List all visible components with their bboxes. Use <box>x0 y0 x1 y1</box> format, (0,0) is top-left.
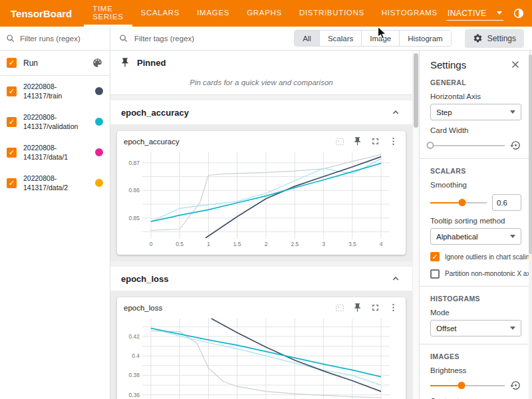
slider-thumb[interactable] <box>458 382 466 389</box>
gear-icon <box>473 33 483 43</box>
svg-text:0: 0 <box>150 241 153 247</box>
chart-card-epoch-accuracy: epoch_accuracy 00.511.522.533.540.850.86… <box>117 131 406 255</box>
more-options-icon[interactable] <box>388 136 399 147</box>
svg-text:3: 3 <box>322 241 325 247</box>
section-header[interactable]: epoch_loss <box>110 267 412 291</box>
search-icon <box>118 33 129 44</box>
chevron-down-icon <box>497 11 502 15</box>
more-options-icon[interactable] <box>388 302 399 313</box>
run-checkbox[interactable]: ✓ <box>7 178 17 188</box>
ignore-outliers-row[interactable]: ✓ Ignore outliers in chart scaling <box>430 252 521 261</box>
histogram-mode-select[interactable]: Offset <box>430 320 521 336</box>
tab-histograms[interactable]: HISTOGRAMS <box>373 0 446 27</box>
svg-text:0.4: 0.4 <box>132 352 140 359</box>
palette-icon[interactable] <box>92 57 103 68</box>
epoch-loss-chart[interactable]: 00.511.522.533.540.360.380.40.42 <box>122 315 396 399</box>
section-epoch-loss: epoch_loss epoch_loss <box>110 267 412 399</box>
filter-runs-input[interactable] <box>20 35 104 43</box>
tag-filter-histogram[interactable]: Histogram <box>399 31 450 46</box>
tooltip-sorting-select[interactable]: Alphabetical <box>430 228 521 245</box>
pinned-section-header: Pinned <box>110 51 412 74</box>
run-label: 20220808-141317/data/2 <box>23 174 84 192</box>
brightness-label: Brightness <box>430 366 521 374</box>
smoothing-slider[interactable] <box>430 198 487 207</box>
main-scrollbar[interactable] <box>412 51 419 399</box>
runs-header-row: ✓ Run <box>0 51 110 76</box>
slider-thumb[interactable] <box>427 142 434 149</box>
chevron-down-icon <box>510 327 515 330</box>
partition-x-axis-row[interactable]: Partition non-monotonic X axis ⓘ <box>430 269 521 279</box>
tab-distributions[interactable]: DISTRIBUTIONS <box>291 0 373 27</box>
nav-tabs: TIME SERIES SCALARS IMAGES GRAPHS DISTRI… <box>84 0 446 27</box>
svg-text:0.87: 0.87 <box>128 160 140 166</box>
settings-panel-title: Settings <box>430 59 509 70</box>
pinned-title: Pinned <box>137 58 166 68</box>
scrollbar-thumb[interactable] <box>529 55 532 254</box>
fullscreen-icon[interactable] <box>370 302 381 313</box>
svg-text:2.5: 2.5 <box>291 241 299 247</box>
topbar-actions: INACTIVE ? <box>446 0 532 27</box>
smoothing-value-input[interactable] <box>492 194 521 211</box>
tags-filter-cell: All Scalars Image Histogram Settings <box>110 27 532 50</box>
run-checkbox[interactable]: ✓ <box>7 117 17 127</box>
run-label: 20220808-141317/train <box>23 82 84 100</box>
tag-filter-image[interactable]: Image <box>361 31 399 46</box>
partition-x-axis-checkbox[interactable] <box>430 269 440 279</box>
card-width-label: Card Width <box>430 126 521 134</box>
ignore-outliers-checkbox[interactable]: ✓ <box>430 252 440 261</box>
tag-filter-all[interactable]: All <box>295 31 319 46</box>
run-row-data-2[interactable]: ✓ 20220808-141317/data/2 <box>0 168 110 198</box>
section-header[interactable]: epoch_accuracy <box>110 100 412 124</box>
reset-icon[interactable] <box>510 140 521 151</box>
close-icon[interactable] <box>509 59 521 70</box>
settings-panel: Settings GENERAL Horizontal Axis Step Ca… <box>419 51 532 399</box>
image-toggle-icon[interactable] <box>334 302 345 313</box>
filter-toolbar: All Scalars Image Histogram Settings <box>0 27 532 51</box>
reload-status-select[interactable]: INACTIVE <box>446 7 503 21</box>
images-heading: IMAGES <box>430 352 521 360</box>
pin-card-icon[interactable] <box>352 302 363 313</box>
section-epoch-accuracy: epoch_accuracy epoch_accuracy <box>110 100 412 261</box>
filter-tags-input[interactable] <box>134 35 289 43</box>
run-color-dot <box>95 118 103 126</box>
svg-text:0.42: 0.42 <box>128 333 140 340</box>
pinned-hint: Pin cards for a quick view and compariso… <box>110 74 412 95</box>
tab-graphs[interactable]: GRAPHS <box>238 0 291 27</box>
theme-toggle-icon[interactable] <box>512 7 525 20</box>
chart-card-title: epoch_accuracy <box>124 138 334 146</box>
run-checkbox[interactable]: ✓ <box>7 148 17 158</box>
slider-thumb[interactable] <box>459 199 466 206</box>
tag-filter-scalars[interactable]: Scalars <box>319 31 361 46</box>
search-icon <box>5 33 16 44</box>
horizontal-axis-select[interactable]: Step <box>430 104 521 120</box>
card-width-slider[interactable] <box>430 141 505 150</box>
reset-icon[interactable] <box>510 380 521 391</box>
brightness-slider[interactable] <box>430 381 505 390</box>
run-row-validation[interactable]: ✓ 20220808-141317/validation <box>0 106 110 137</box>
fullscreen-icon[interactable] <box>370 136 381 147</box>
chevron-down-icon <box>510 235 515 238</box>
section-title: epoch_loss <box>121 274 390 284</box>
settings-button[interactable]: Settings <box>465 29 524 48</box>
chart-card-epoch-loss: epoch_loss 00.511.522.533.540.360.380.40… <box>117 297 406 399</box>
pin-card-icon[interactable] <box>352 136 363 147</box>
epoch-accuracy-chart[interactable]: 00.511.522.533.540.850.860.87 <box>122 148 396 249</box>
run-row-data-1[interactable]: ✓ 20220808-141317/data/1 <box>0 137 110 168</box>
chevron-up-icon[interactable] <box>390 106 402 118</box>
settings-button-label: Settings <box>487 34 516 43</box>
tab-scalars[interactable]: SCALARS <box>132 0 189 27</box>
image-toggle-icon[interactable] <box>334 136 345 147</box>
tab-images[interactable]: IMAGES <box>188 0 238 27</box>
svg-text:1.5: 1.5 <box>233 241 241 247</box>
tensorboard-app: TensorBoard TIME SERIES SCALARS IMAGES G… <box>0 0 532 399</box>
select-all-runs-checkbox[interactable]: ✓ <box>7 58 17 68</box>
run-checkbox[interactable]: ✓ <box>7 86 17 96</box>
scrollbar-thumb[interactable] <box>414 53 418 128</box>
run-row-train[interactable]: ✓ 20220808-141317/train <box>0 76 110 106</box>
partition-x-axis-label: Partition non-monotonic X axis <box>445 270 532 277</box>
run-color-dot <box>95 148 103 156</box>
chevron-up-icon[interactable] <box>390 273 402 285</box>
card-zone: epoch_loss 00.511.522.533.540.360.380.40… <box>110 291 412 399</box>
settings-scrollbar[interactable] <box>529 51 532 399</box>
tab-time-series[interactable]: TIME SERIES <box>84 0 132 27</box>
